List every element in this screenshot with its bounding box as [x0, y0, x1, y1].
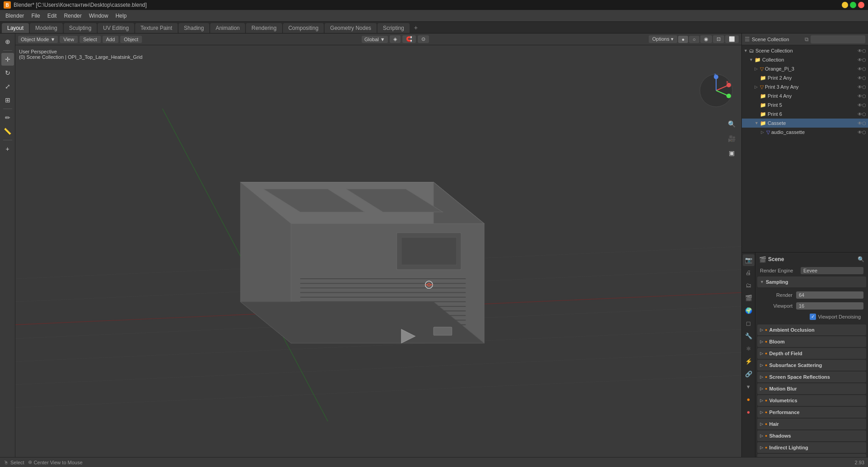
status-center-label: Center View to Mouse [34, 460, 83, 465]
menu-edit[interactable]: Edit [44, 12, 61, 20]
prop-icon-modifier[interactable]: 🔧 [743, 330, 755, 342]
bloom-header[interactable]: ▷ ● Bloom [757, 336, 866, 347]
scale-tool[interactable]: ⤢ [1, 80, 14, 93]
outliner-item-orange-pi[interactable]: ▷ ▽ Orange_Pi_3 👁 ⬡ [742, 64, 868, 73]
top-view-btn[interactable]: ▣ [725, 147, 738, 159]
move-tool[interactable]: ✛ [1, 53, 14, 66]
outliner-sel-icon[interactable]: ⬡ [862, 48, 866, 53]
tab-texture-paint[interactable]: Texture Paint [135, 23, 178, 33]
tab-geometry-nodes[interactable]: Geometry Nodes [325, 23, 377, 33]
close-button[interactable] [858, 2, 864, 8]
indirect-lighting-header[interactable]: ▷ ● Indirect Lighting [757, 442, 866, 453]
window-controls[interactable] [842, 2, 864, 8]
add-tool[interactable]: + [1, 143, 14, 155]
prop-icon-physics[interactable]: ⚡ [743, 356, 755, 367]
prop-icon-material[interactable]: ● [743, 394, 755, 405]
outliner-item-print5[interactable]: 📁 Print 5 👁 ⬡ [742, 100, 868, 110]
prop-icon-render[interactable]: 📷 [743, 254, 755, 266]
sampling-section-header[interactable]: ▼ Sampling [757, 276, 866, 287]
tab-modeling[interactable]: Modeling [30, 23, 63, 33]
add-menu[interactable]: Add [103, 36, 119, 43]
prop-icon-particles[interactable]: ⚛ [743, 343, 755, 355]
prop-icon-scene[interactable]: 🎬 [743, 292, 755, 304]
prop-icon-viewlayer[interactable]: 🗂 [743, 280, 755, 291]
outliner-item-print4[interactable]: 📁 Print 4 Any 👁 ⬡ [742, 91, 868, 100]
tab-scripting[interactable]: Scripting [377, 23, 410, 33]
performance-header[interactable]: ▷ ● Performance [757, 407, 866, 418]
props-header-search[interactable]: 🔍 [858, 256, 864, 262]
depth-of-field-header[interactable]: ▷ ● Depth of Field [757, 348, 866, 359]
menu-help[interactable]: Help [112, 12, 130, 20]
props-icons-sidebar: 📷 🖨 🗂 🎬 🌍 ◻ 🔧 ⚛ ⚡ 🔗 ▾ [742, 253, 755, 457]
viewport-shading-solid[interactable]: ● [678, 36, 689, 43]
object-mode-dropdown[interactable]: Object Mode ▼ [18, 36, 58, 43]
hair-header[interactable]: ▷ ● Hair [757, 419, 866, 429]
viewport-shading-material[interactable]: ○ [689, 36, 699, 43]
prop-icon-object[interactable]: ◻ [743, 318, 755, 329]
minimize-button[interactable] [842, 2, 848, 8]
add-workspace-button[interactable]: + [410, 22, 421, 33]
tab-layout[interactable]: Layout [2, 23, 29, 33]
rotate-tool[interactable]: ↻ [1, 67, 14, 79]
ambient-occlusion-header[interactable]: ▷ ● Ambient Occlusion [757, 324, 866, 335]
tab-shading[interactable]: Shading [179, 23, 209, 33]
transform-global-dropdown[interactable]: Global ▼ [362, 36, 388, 43]
viewport-canvas[interactable]: User Perspective (0) Scene Collection | … [15, 45, 741, 457]
outliner-search-input[interactable] [811, 35, 865, 43]
outliner-scene-collection[interactable]: ▼ 🗂 Scene Collection 👁 ⬡ [742, 46, 868, 55]
snap-toggle[interactable]: 🧲 [402, 35, 416, 43]
film-header[interactable]: ▷ ● Film [757, 454, 866, 457]
viewport-xray[interactable]: ⬜ [725, 35, 739, 43]
motion-blur-header[interactable]: ▷ ● Motion Blur [757, 383, 866, 394]
outliner-item-collection[interactable]: ▼ 📁 Collection 👁 ⬡ [742, 55, 868, 64]
proportional-edit[interactable]: ⊙ [418, 35, 429, 43]
annotate-tool[interactable]: ✏ [1, 111, 14, 124]
cursor-tool[interactable]: ⊕ [1, 35, 14, 48]
outliner-item-audio-cassette[interactable]: ▷ ▽ audio_cassette 👁 ⬡ [742, 128, 868, 137]
screen-space-reflections-header[interactable]: ▷ ● Screen Space Reflections [757, 372, 866, 382]
transform-pivot[interactable]: ◈ [390, 35, 401, 43]
transform-tool[interactable]: ⊞ [1, 94, 14, 106]
outliner-filter-icon[interactable]: ⧉ [805, 36, 809, 43]
prop-icon-constraints[interactable]: 🔗 [743, 368, 755, 380]
shadows-header[interactable]: ▷ ● Shadows [757, 430, 866, 441]
menu-window[interactable]: Window [85, 12, 112, 20]
menu-file[interactable]: File [28, 12, 43, 20]
camera-view[interactable]: 🎥 [725, 132, 738, 145]
outliner-item-print2[interactable]: 📁 Print 2 Any 👁 ⬡ [742, 73, 868, 82]
tab-uv-editing[interactable]: UV Editing [98, 23, 134, 33]
subsurface-scattering-header[interactable]: ▷ ● Subsurface Scattering [757, 360, 866, 371]
outliner-item-print3[interactable]: ▷ ▽ Print 3 Any Any 👁 ⬡ [742, 82, 868, 91]
maximize-button[interactable] [850, 2, 856, 8]
menu-render[interactable]: Render [60, 12, 85, 20]
prop-icon-shader[interactable]: ● [743, 406, 755, 418]
viewport-denoising-checkbox[interactable]: ✓ [810, 314, 816, 320]
zoom-to-selected[interactable]: 🔍 [725, 118, 738, 130]
viewport-gizmo[interactable]: X Y Z [698, 72, 734, 109]
item-name-print2: Print 2 Any [768, 75, 858, 81]
tab-animation[interactable]: Animation [210, 23, 245, 33]
render-engine-dropdown[interactable]: Eevee [801, 267, 863, 274]
tab-sculpting[interactable]: Sculpting [64, 23, 97, 33]
measure-tool[interactable]: 📏 [1, 125, 14, 138]
viewport-overlay[interactable]: ⊡ [713, 35, 724, 43]
view-menu[interactable]: View [60, 36, 78, 43]
select-menu[interactable]: Select [80, 36, 101, 43]
prop-icon-output[interactable]: 🖨 [743, 267, 755, 279]
viewport-shading-render[interactable]: ◉ [700, 35, 712, 43]
render-samples-input[interactable]: 64 [796, 291, 863, 299]
outliner-item-print6[interactable]: 📁 Print 6 👁 ⬡ [742, 110, 868, 119]
tab-rendering[interactable]: Rendering [246, 23, 282, 33]
status-bar: 🖱 Select ⊕ Center View to Mouse 2.93 [0, 457, 868, 467]
props-header-row: 🎬 Scene 🔍 [757, 254, 866, 265]
viewport-samples-input[interactable]: 16 [796, 302, 863, 310]
volumetrics-header[interactable]: ▷ ● Volumetrics [757, 395, 866, 406]
prop-icon-world[interactable]: 🌍 [743, 305, 755, 317]
object-menu[interactable]: Object [120, 36, 142, 43]
tab-compositing[interactable]: Compositing [283, 23, 324, 33]
outliner-vis-icon[interactable]: 👁 [858, 48, 862, 53]
prop-icon-data[interactable]: ▾ [743, 381, 755, 393]
outliner-item-cassete[interactable]: ▼ 📁 Cassete 👁 ⬡ [742, 119, 868, 128]
options-button[interactable]: Options ▾ [649, 35, 677, 43]
menu-blender[interactable]: Blender [2, 12, 28, 20]
